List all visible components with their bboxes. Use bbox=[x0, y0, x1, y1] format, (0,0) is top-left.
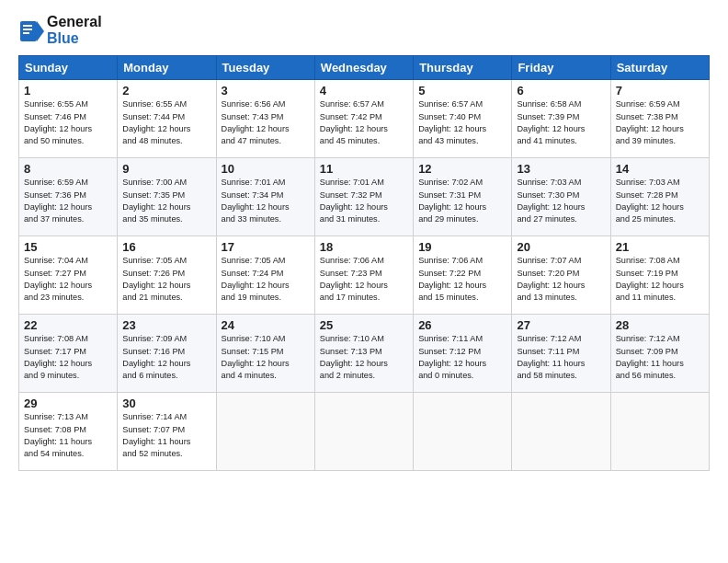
day-number: 17 bbox=[222, 240, 310, 254]
day-info: Sunrise: 7:06 AMSunset: 7:23 PMDaylight:… bbox=[320, 255, 408, 304]
calendar-cell: 23 Sunrise: 7:09 AMSunset: 7:16 PMDaylig… bbox=[118, 315, 216, 393]
calendar-cell: 27 Sunrise: 7:12 AMSunset: 7:11 PMDaylig… bbox=[512, 315, 610, 393]
day-number: 6 bbox=[517, 84, 605, 98]
day-number: 2 bbox=[122, 84, 210, 98]
calendar-cell: 21 Sunrise: 7:08 AMSunset: 7:19 PMDaylig… bbox=[610, 236, 709, 315]
day-number: 18 bbox=[320, 240, 408, 254]
calendar-cell: 4 Sunrise: 6:57 AMSunset: 7:42 PMDayligh… bbox=[314, 80, 413, 158]
day-number: 20 bbox=[517, 240, 605, 254]
day-number: 4 bbox=[320, 84, 408, 98]
empty-cell bbox=[512, 393, 610, 471]
svg-rect-3 bbox=[23, 29, 32, 30]
day-number: 21 bbox=[616, 240, 704, 254]
day-info: Sunrise: 7:04 AMSunset: 7:27 PMDaylight:… bbox=[24, 255, 112, 304]
day-info: Sunrise: 6:59 AMSunset: 7:36 PMDaylight:… bbox=[24, 177, 112, 225]
day-number: 26 bbox=[418, 318, 506, 332]
day-number: 16 bbox=[122, 240, 210, 254]
logo-text: General Blue bbox=[47, 14, 102, 46]
calendar-cell: 17 Sunrise: 7:05 AMSunset: 7:24 PMDaylig… bbox=[216, 236, 314, 315]
calendar-cell: 15 Sunrise: 7:04 AMSunset: 7:27 PMDaylig… bbox=[19, 236, 118, 315]
day-info: Sunrise: 7:02 AMSunset: 7:31 PMDaylight:… bbox=[418, 177, 506, 225]
day-info: Sunrise: 7:05 AMSunset: 7:24 PMDaylight:… bbox=[222, 255, 310, 304]
weekday-header: Wednesday bbox=[314, 56, 413, 80]
calendar-cell: 16 Sunrise: 7:05 AMSunset: 7:26 PMDaylig… bbox=[118, 236, 216, 315]
day-number: 28 bbox=[616, 318, 704, 332]
day-info: Sunrise: 7:08 AMSunset: 7:17 PMDaylight:… bbox=[24, 333, 112, 382]
weekday-header: Monday bbox=[118, 56, 216, 80]
calendar-cell: 13 Sunrise: 7:03 AMSunset: 7:30 PMDaylig… bbox=[512, 158, 610, 236]
calendar-cell: 12 Sunrise: 7:02 AMSunset: 7:31 PMDaylig… bbox=[414, 158, 512, 236]
day-info: Sunrise: 7:03 AMSunset: 7:30 PMDaylight:… bbox=[517, 177, 605, 225]
calendar-cell: 25 Sunrise: 7:10 AMSunset: 7:13 PMDaylig… bbox=[314, 315, 413, 393]
calendar-cell: 18 Sunrise: 7:06 AMSunset: 7:23 PMDaylig… bbox=[314, 236, 413, 315]
calendar-cell: 24 Sunrise: 7:10 AMSunset: 7:15 PMDaylig… bbox=[216, 315, 314, 393]
day-number: 1 bbox=[24, 84, 112, 98]
calendar-cell: 3 Sunrise: 6:56 AMSunset: 7:43 PMDayligh… bbox=[216, 80, 314, 158]
calendar-cell: 7 Sunrise: 6:59 AMSunset: 7:38 PMDayligh… bbox=[610, 80, 709, 158]
day-number: 9 bbox=[122, 162, 210, 176]
day-number: 22 bbox=[24, 318, 112, 332]
calendar-page: General Blue SundayMondayTuesdayWednesda… bbox=[0, 0, 728, 563]
svg-marker-1 bbox=[37, 21, 44, 41]
day-number: 24 bbox=[222, 318, 310, 332]
day-info: Sunrise: 6:56 AMSunset: 7:43 PMDaylight:… bbox=[222, 98, 310, 147]
day-info: Sunrise: 7:14 AMSunset: 7:07 PMDaylight:… bbox=[122, 411, 210, 460]
calendar-cell: 1 Sunrise: 6:55 AMSunset: 7:46 PMDayligh… bbox=[19, 80, 118, 158]
day-info: Sunrise: 6:57 AMSunset: 7:40 PMDaylight:… bbox=[418, 98, 506, 147]
day-number: 19 bbox=[418, 240, 506, 254]
day-number: 11 bbox=[320, 162, 408, 176]
calendar-table: SundayMondayTuesdayWednesdayThursdayFrid… bbox=[18, 55, 710, 471]
empty-cell bbox=[216, 393, 314, 471]
day-number: 13 bbox=[517, 162, 605, 176]
weekday-header: Tuesday bbox=[216, 56, 314, 80]
weekday-header: Friday bbox=[512, 56, 610, 80]
calendar-cell: 30 Sunrise: 7:14 AMSunset: 7:07 PMDaylig… bbox=[118, 393, 216, 471]
day-number: 7 bbox=[616, 84, 704, 98]
calendar-cell: 2 Sunrise: 6:55 AMSunset: 7:44 PMDayligh… bbox=[118, 80, 216, 158]
day-info: Sunrise: 7:00 AMSunset: 7:35 PMDaylight:… bbox=[122, 177, 210, 225]
day-number: 15 bbox=[24, 240, 112, 254]
day-info: Sunrise: 7:01 AMSunset: 7:34 PMDaylight:… bbox=[222, 177, 310, 225]
calendar-cell: 20 Sunrise: 7:07 AMSunset: 7:20 PMDaylig… bbox=[512, 236, 610, 315]
calendar-cell: 26 Sunrise: 7:11 AMSunset: 7:12 PMDaylig… bbox=[414, 315, 512, 393]
calendar-cell: 14 Sunrise: 7:03 AMSunset: 7:28 PMDaylig… bbox=[610, 158, 709, 236]
day-info: Sunrise: 7:10 AMSunset: 7:13 PMDaylight:… bbox=[320, 333, 408, 382]
day-number: 3 bbox=[222, 84, 310, 98]
day-info: Sunrise: 6:57 AMSunset: 7:42 PMDaylight:… bbox=[320, 98, 408, 147]
calendar-cell: 6 Sunrise: 6:58 AMSunset: 7:39 PMDayligh… bbox=[512, 80, 610, 158]
day-number: 29 bbox=[24, 396, 112, 410]
weekday-header: Thursday bbox=[414, 56, 512, 80]
day-info: Sunrise: 7:13 AMSunset: 7:08 PMDaylight:… bbox=[24, 411, 112, 460]
day-number: 30 bbox=[122, 396, 210, 410]
calendar-cell: 10 Sunrise: 7:01 AMSunset: 7:34 PMDaylig… bbox=[216, 158, 314, 236]
weekday-header: Saturday bbox=[610, 56, 709, 80]
calendar-cell: 22 Sunrise: 7:08 AMSunset: 7:17 PMDaylig… bbox=[19, 315, 118, 393]
day-number: 12 bbox=[418, 162, 506, 176]
day-info: Sunrise: 7:01 AMSunset: 7:32 PMDaylight:… bbox=[320, 177, 408, 225]
day-info: Sunrise: 7:07 AMSunset: 7:20 PMDaylight:… bbox=[517, 255, 605, 304]
day-info: Sunrise: 7:03 AMSunset: 7:28 PMDaylight:… bbox=[616, 177, 704, 225]
day-info: Sunrise: 6:58 AMSunset: 7:39 PMDaylight:… bbox=[517, 98, 605, 147]
empty-cell bbox=[414, 393, 512, 471]
day-number: 10 bbox=[222, 162, 310, 176]
day-info: Sunrise: 7:10 AMSunset: 7:15 PMDaylight:… bbox=[222, 333, 310, 382]
day-info: Sunrise: 7:08 AMSunset: 7:19 PMDaylight:… bbox=[616, 255, 704, 304]
calendar-cell: 19 Sunrise: 7:06 AMSunset: 7:22 PMDaylig… bbox=[414, 236, 512, 315]
day-number: 27 bbox=[517, 318, 605, 332]
logo-icon bbox=[18, 17, 44, 43]
day-info: Sunrise: 6:55 AMSunset: 7:46 PMDaylight:… bbox=[24, 98, 112, 147]
calendar-cell: 29 Sunrise: 7:13 AMSunset: 7:08 PMDaylig… bbox=[19, 393, 118, 471]
empty-cell bbox=[610, 393, 709, 471]
calendar-cell: 28 Sunrise: 7:12 AMSunset: 7:09 PMDaylig… bbox=[610, 315, 709, 393]
day-info: Sunrise: 7:09 AMSunset: 7:16 PMDaylight:… bbox=[122, 333, 210, 382]
svg-rect-4 bbox=[23, 32, 29, 34]
logo: General Blue bbox=[18, 14, 102, 46]
weekday-header: Sunday bbox=[19, 56, 118, 80]
svg-rect-0 bbox=[20, 21, 37, 41]
day-info: Sunrise: 7:05 AMSunset: 7:26 PMDaylight:… bbox=[122, 255, 210, 304]
calendar-cell: 5 Sunrise: 6:57 AMSunset: 7:40 PMDayligh… bbox=[414, 80, 512, 158]
day-info: Sunrise: 6:55 AMSunset: 7:44 PMDaylight:… bbox=[122, 98, 210, 147]
svg-rect-2 bbox=[23, 25, 32, 27]
day-number: 8 bbox=[24, 162, 112, 176]
day-info: Sunrise: 7:12 AMSunset: 7:11 PMDaylight:… bbox=[517, 333, 605, 382]
